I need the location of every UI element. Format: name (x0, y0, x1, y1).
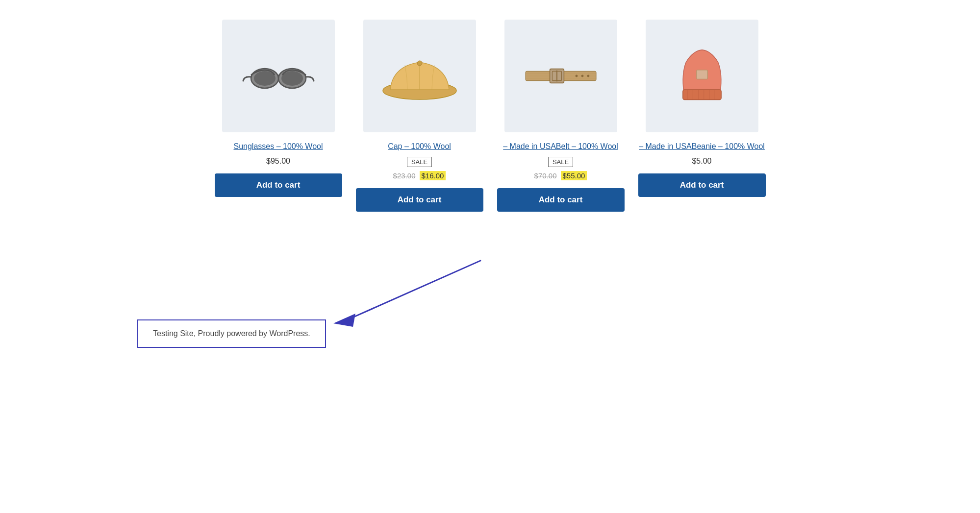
price-original-cap: $23.00 (393, 171, 416, 180)
products-grid: Sunglasses – 100% Wool $95.00 Add to car… (98, 20, 882, 212)
price-regular-sunglasses: $95.00 (266, 157, 290, 166)
price-original-belt: $70.00 (534, 171, 557, 180)
svg-line-24 (348, 261, 480, 319)
product-card-belt: – Made in USABelt – 100% Wool SALE $70.0… (497, 20, 625, 212)
price-wrapper-beanie: $5.00 (692, 157, 711, 166)
product-title-belt[interactable]: – Made in USABelt – 100% Wool (503, 141, 618, 152)
price-wrapper-cap: $23.00 $16.00 (393, 171, 446, 180)
product-card-cap: Cap – 100% Wool SALE $23.00 $16.00 Add t… (356, 20, 483, 212)
svg-point-14 (581, 75, 583, 77)
add-to-cart-button-belt[interactable]: Add to cart (497, 188, 625, 212)
product-card-beanie: – Made in USABeanie – 100% Wool $5.00 Ad… (638, 20, 766, 212)
product-title-beanie[interactable]: – Made in USABeanie – 100% Wool (639, 141, 765, 152)
svg-point-13 (575, 75, 578, 77)
sale-badge-belt: SALE (548, 157, 573, 167)
footer-section: Testing Site, Proudly powered by WordPre… (98, 251, 882, 348)
product-title-cap[interactable]: Cap – 100% Wool (388, 141, 451, 152)
add-to-cart-button-sunglasses[interactable]: Add to cart (215, 173, 342, 197)
page-wrapper: Sunglasses – 100% Wool $95.00 Add to car… (0, 0, 980, 377)
svg-marker-25 (333, 314, 355, 327)
add-to-cart-button-cap[interactable]: Add to cart (356, 188, 483, 212)
price-sale-cap: $16.00 (420, 171, 446, 180)
price-sale-belt: $55.00 (561, 171, 587, 180)
svg-rect-23 (696, 70, 707, 79)
svg-point-5 (417, 61, 422, 66)
price-wrapper-belt: $70.00 $55.00 (534, 171, 587, 180)
product-title-sunglasses[interactable]: Sunglasses – 100% Wool (233, 141, 323, 152)
footer-text: Testing Site, Proudly powered by WordPre… (153, 329, 310, 338)
sale-badge-cap: SALE (407, 157, 432, 167)
product-card-sunglasses: Sunglasses – 100% Wool $95.00 Add to car… (215, 20, 342, 212)
product-image-sunglasses (222, 20, 335, 132)
arrow-annotation (137, 251, 529, 329)
price-regular-beanie: $5.00 (692, 157, 711, 166)
product-image-cap (363, 20, 476, 132)
add-to-cart-button-beanie[interactable]: Add to cart (638, 173, 766, 197)
product-image-belt (504, 20, 617, 132)
product-image-beanie (646, 20, 758, 132)
svg-point-15 (587, 75, 589, 77)
svg-rect-16 (682, 90, 721, 100)
price-wrapper-sunglasses: $95.00 (266, 157, 290, 166)
